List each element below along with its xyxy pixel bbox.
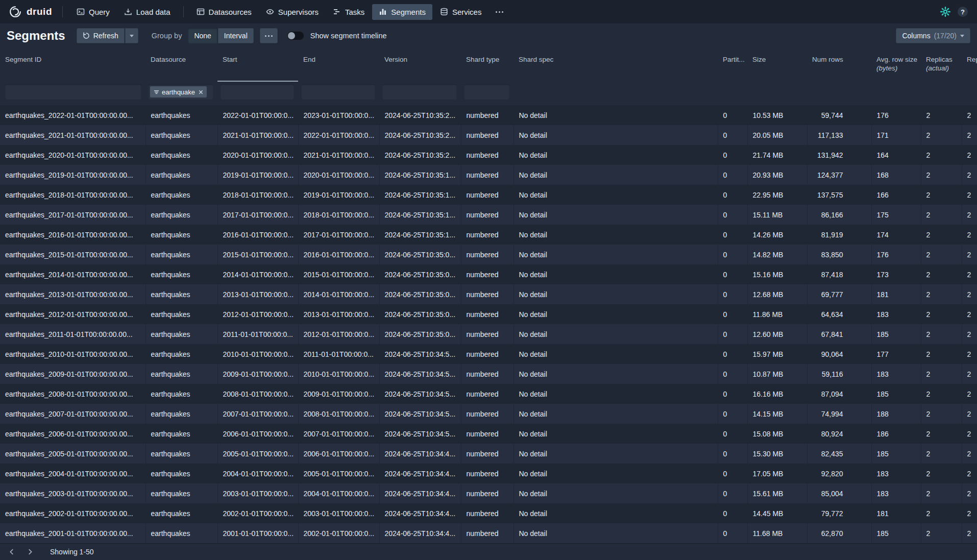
table-row[interactable]: earthquakes_2003-01-01T00:00:00.00...ear… <box>0 483 977 503</box>
settings-gear-icon[interactable] <box>940 7 950 17</box>
table-row[interactable]: earthquakes_2017-01-01T00:00:00.00...ear… <box>0 205 977 225</box>
cell-end: 2022-01-01T00:00:0... <box>298 125 379 145</box>
cell-avg-row-size: 174 <box>871 225 921 245</box>
cell-shard-spec: No detail <box>514 304 718 324</box>
cell-size: 15.08 MB <box>747 424 807 444</box>
refresh-dropdown-button[interactable] <box>125 28 138 43</box>
column-header-end[interactable]: End <box>298 48 379 82</box>
cell-end: 2010-01-01T00:00:0... <box>298 364 379 384</box>
table-row[interactable]: earthquakes_2014-01-01T00:00:00.00...ear… <box>0 264 977 284</box>
column-header-datasource[interactable]: Datasource <box>145 48 217 82</box>
filter-input-datasource[interactable]: earthquake <box>149 84 213 100</box>
cell-size: 15.61 MB <box>747 483 807 503</box>
column-header-start[interactable]: Start <box>217 48 298 82</box>
brand-home-link[interactable]: druid <box>7 5 55 19</box>
filter-input-version[interactable] <box>382 84 457 100</box>
cell-num-rows: 90,064 <box>807 344 871 364</box>
table-row[interactable]: earthquakes_2005-01-01T00:00:00.00...ear… <box>0 444 977 464</box>
cell-replication-factor: 2 <box>962 165 977 185</box>
table-row[interactable]: earthquakes_2008-01-01T00:00:00.00...ear… <box>0 384 977 404</box>
cell-shard-spec: No detail <box>514 523 718 543</box>
table-row[interactable]: earthquakes_2019-01-01T00:00:00.00...ear… <box>0 165 977 185</box>
column-header-replication-factor[interactable]: Replication factor <box>962 48 977 82</box>
cell-size: 15.11 MB <box>747 205 807 225</box>
nav-item-datasources[interactable]: Datasources <box>190 4 258 20</box>
cell-replication-factor: 2 <box>962 245 977 264</box>
column-header-num-rows[interactable]: Num rows <box>807 48 871 82</box>
table-row[interactable]: earthquakes_2020-01-01T00:00:00.00...ear… <box>0 145 977 165</box>
table-row[interactable]: earthquakes_2013-01-01T00:00:00.00...ear… <box>0 284 977 304</box>
cell-replication-factor: 2 <box>962 304 977 324</box>
nav-item-supervisors[interactable]: Supervisors <box>259 4 325 20</box>
cell-shard-type: numbered <box>461 245 514 264</box>
column-header-avg-row-size[interactable]: Avg. row size(bytes) <box>871 48 921 82</box>
cell-start: 2010-01-01T00:00:0... <box>217 344 298 364</box>
table-row[interactable]: earthquakes_2007-01-01T00:00:00.00...ear… <box>0 404 977 424</box>
table-row[interactable]: earthquakes_2002-01-01T00:00:00.00...ear… <box>0 503 977 523</box>
segment-timeline-toggle[interactable] <box>287 31 304 40</box>
cell-datasource: earthquakes <box>145 364 217 384</box>
nav-item-tasks[interactable]: Tasks <box>326 4 371 20</box>
cell-avg-row-size: 181 <box>871 284 921 304</box>
column-header-shard-spec[interactable]: Shard spec <box>514 48 718 82</box>
cell-datasource: earthquakes <box>145 424 217 444</box>
nav-item-services[interactable]: Services <box>433 4 488 20</box>
filter-input-shard-type[interactable] <box>464 84 509 100</box>
cell-avg-row-size: 164 <box>871 145 921 165</box>
cell-shard-type: numbered <box>461 503 514 523</box>
nav-more-button[interactable] <box>489 8 510 16</box>
nav-item-load-data[interactable]: Load data <box>117 4 177 20</box>
cell-start: 2006-01-01T00:00:0... <box>217 424 298 444</box>
cell-replicas: 2 <box>921 225 962 245</box>
more-actions-button[interactable] <box>260 28 278 43</box>
cell-replicas: 2 <box>921 185 962 205</box>
group-by-interval-button[interactable]: Interval <box>218 28 254 43</box>
filter-input-segment-id[interactable] <box>5 84 141 100</box>
column-header-shard-type[interactable]: Shard type <box>461 48 514 82</box>
columns-button[interactable]: Columns (17/20) <box>896 28 970 43</box>
table-row[interactable]: earthquakes_2001-01-01T00:00:00.00...ear… <box>0 523 977 543</box>
cell-avg-row-size: 183 <box>871 483 921 503</box>
table-row[interactable]: earthquakes_2012-01-01T00:00:00.00...ear… <box>0 304 977 324</box>
table-row[interactable]: earthquakes_2021-01-01T00:00:00.00...ear… <box>0 125 977 145</box>
group-by-none-button[interactable]: None <box>188 28 217 43</box>
cell-replicas: 2 <box>921 165 962 185</box>
table-row[interactable]: earthquakes_2018-01-01T00:00:00.00...ear… <box>0 185 977 205</box>
table-row[interactable]: earthquakes_2004-01-01T00:00:00.00...ear… <box>0 464 977 483</box>
table-row[interactable]: earthquakes_2009-01-01T00:00:00.00...ear… <box>0 364 977 384</box>
cell-version: 2024-06-25T10:35:0... <box>379 284 461 304</box>
cell-partition: 0 <box>718 483 747 503</box>
column-header-replicas[interactable]: Replicas(actual) <box>921 48 962 82</box>
cell-version: 2024-06-25T10:35:2... <box>379 145 461 165</box>
cell-partition: 0 <box>718 264 747 284</box>
cell-replication-factor: 2 <box>962 324 977 344</box>
filter-input-start[interactable] <box>221 84 294 100</box>
column-header-partition[interactable]: Partit... <box>718 48 747 82</box>
cell-end: 2015-01-01T00:00:0... <box>298 264 379 284</box>
table-row[interactable]: earthquakes_2022-01-01T00:00:00.00...ear… <box>0 105 977 125</box>
refresh-button[interactable]: Refresh <box>77 28 125 43</box>
table-row[interactable]: earthquakes_2006-01-01T00:00:00.00...ear… <box>0 424 977 444</box>
nav-item-segments[interactable]: Segments <box>372 4 432 20</box>
cell-segment-id: earthquakes_2012-01-01T00:00:00.00... <box>0 304 145 324</box>
table-row[interactable]: earthquakes_2011-01-01T00:00:00.00...ear… <box>0 324 977 344</box>
column-header-version[interactable]: Version <box>379 48 461 82</box>
table-row[interactable]: earthquakes_2015-01-01T00:00:00.00...ear… <box>0 245 977 264</box>
cell-replication-factor: 2 <box>962 284 977 304</box>
filter-input-end[interactable] <box>301 84 375 100</box>
nav-item-query[interactable]: Query <box>70 4 116 20</box>
cell-num-rows: 137,575 <box>807 185 871 205</box>
table-row[interactable]: earthquakes_2010-01-01T00:00:00.00...ear… <box>0 344 977 364</box>
cell-num-rows: 85,004 <box>807 483 871 503</box>
cell-replication-factor: 2 <box>962 105 977 125</box>
prev-page-button[interactable] <box>4 545 19 558</box>
cell-segment-id: earthquakes_2003-01-01T00:00:00.00... <box>0 483 145 503</box>
column-header-size[interactable]: Size <box>747 48 807 82</box>
column-header-segment-id[interactable]: Segment ID <box>0 48 145 82</box>
help-icon[interactable]: ? <box>958 7 968 17</box>
cell-size: 14.26 MB <box>747 225 807 245</box>
nav-label: Query <box>89 8 110 16</box>
next-page-button[interactable] <box>22 545 38 558</box>
remove-filter-icon[interactable] <box>198 89 204 95</box>
table-row[interactable]: earthquakes_2016-01-01T00:00:00.00...ear… <box>0 225 977 245</box>
